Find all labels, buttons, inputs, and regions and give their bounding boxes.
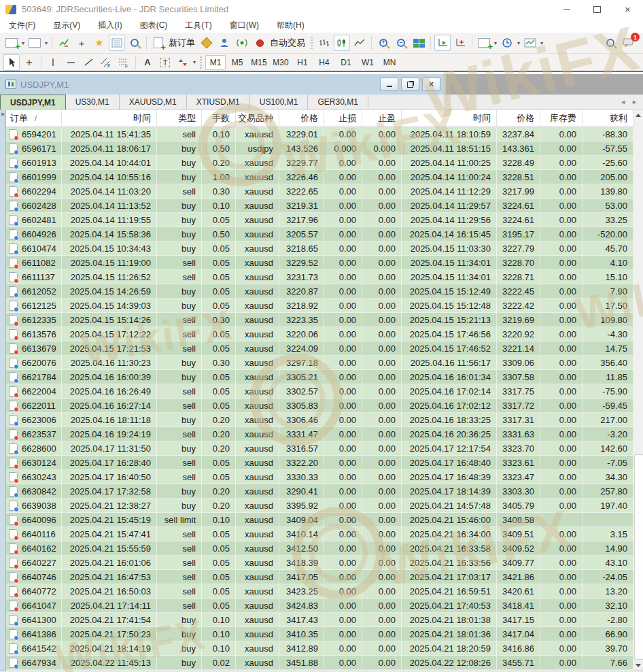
table-row[interactable]: 66402272025.04.21 16:01:06sell0.05xauusd… xyxy=(6,556,633,570)
table-row[interactable]: 66022942025.04.14 11:03:20sell0.30xauusd… xyxy=(6,184,633,199)
column-header-open_price[interactable]: 价格 xyxy=(279,110,324,127)
horizontal-line-button[interactable] xyxy=(63,54,79,71)
table-row[interactable]: 66135762025.04.15 17:12:22sell0.05xauusd… xyxy=(6,327,633,341)
bar-chart-button[interactable] xyxy=(316,35,332,51)
menu-item-6[interactable]: 帮助(H) xyxy=(268,18,313,33)
table-row[interactable]: 66390382025.04.21 12:38:27buy0.20xauusd3… xyxy=(6,499,633,513)
table-row[interactable]: 66230062025.04.16 18:11:18buy0.20xauusd3… xyxy=(6,413,633,427)
table-row[interactable]: 66235372025.04.16 19:24:19sell0.20xauusd… xyxy=(6,427,633,441)
table-row[interactable]: 65942012025.04.11 15:41:35sell0.10xauusd… xyxy=(6,127,633,141)
chart-tab-3[interactable]: XTIUSD,M1 xyxy=(187,95,250,110)
table-row[interactable]: 66110822025.04.15 11:19:00sell0.05xauusd… xyxy=(6,256,633,270)
auto-trading-label[interactable]: 自动交易 xyxy=(270,37,305,49)
vertical-line-button[interactable] xyxy=(45,54,61,71)
timeframe-m30-button[interactable]: M30 xyxy=(271,55,291,70)
table-row[interactable]: 66410472025.04.21 17:14:11sell0.05xauusd… xyxy=(6,599,633,613)
column-header-profit[interactable]: 获利 xyxy=(583,110,633,127)
chart-tab-2[interactable]: XAUUSD,M1 xyxy=(120,95,187,110)
tab-scroll-left-icon[interactable]: ◄ xyxy=(620,99,626,105)
periods-dropdown-caret[interactable]: ▾ xyxy=(517,40,520,46)
table-row[interactable]: 66401622025.04.21 15:55:59sell0.05xauusd… xyxy=(6,541,633,556)
tab-scroll-right-icon[interactable]: ► xyxy=(631,99,638,105)
terminal-close-icon[interactable]: × xyxy=(0,111,5,118)
table-row[interactable]: 65961712025.04.11 18:06:17buy0.50usdjpy1… xyxy=(6,141,633,156)
arrows-dropdown-caret[interactable]: ▾ xyxy=(193,59,196,65)
window-maximize-button[interactable] xyxy=(582,0,612,18)
vertical-scrollbar[interactable] xyxy=(633,110,643,671)
table-row[interactable]: 66407462025.04.21 16:47:53sell0.05xauusd… xyxy=(6,570,633,584)
zoom-in-button[interactable]: + xyxy=(375,35,392,51)
table-row[interactable]: 66407722025.04.21 16:50:03sell0.05xauusd… xyxy=(6,584,633,599)
trendline-button[interactable] xyxy=(80,54,97,71)
news-button[interactable] xyxy=(234,35,250,51)
column-header-swap[interactable]: 库存费 xyxy=(540,110,583,127)
candlestick-chart-button[interactable] xyxy=(334,35,350,51)
templates-dropdown-caret[interactable]: ▾ xyxy=(540,40,543,46)
table-row[interactable]: 66415422025.04.21 18:14:19buy0.10xauusd3… xyxy=(6,641,633,656)
column-header-sl[interactable]: 止损 xyxy=(324,110,362,127)
column-header-close_price[interactable]: 价格 xyxy=(497,110,540,127)
indicators-dropdown-caret[interactable]: ▾ xyxy=(494,40,497,46)
table-row[interactable]: 66120522025.04.15 14:26:59buy0.05xauusd3… xyxy=(6,284,633,299)
column-header-order[interactable]: 订单/ xyxy=(6,110,62,127)
menu-item-2[interactable]: 插入(I) xyxy=(89,18,131,33)
arrows-tool-button[interactable] xyxy=(175,54,191,71)
table-row[interactable]: 66302432025.04.17 16:40:50sell0.05xauusd… xyxy=(6,470,633,484)
table-row[interactable]: 66121252025.04.15 14:39:03buy0.05xauusd3… xyxy=(6,299,633,313)
text-tool-button[interactable]: A xyxy=(139,54,156,71)
menu-item-3[interactable]: 图表(C) xyxy=(131,18,177,33)
templates-button[interactable] xyxy=(522,35,538,51)
indicators-button[interactable]: + xyxy=(476,35,492,51)
profiles-dropdown-caret[interactable]: ▾ xyxy=(45,40,48,46)
table-row[interactable]: 66479342025.04.22 11:45:13buy0.02xauusd3… xyxy=(6,656,633,670)
table-row[interactable]: 66286002025.04.17 11:31:50buy0.20xauusd3… xyxy=(6,441,633,456)
chart-tab-5[interactable]: GER30,M1 xyxy=(308,95,368,110)
tile-windows-button[interactable] xyxy=(411,35,427,51)
table-row[interactable]: 66413002025.04.21 17:41:54buy0.10xauusd3… xyxy=(6,613,633,627)
crosshair-tool-button[interactable]: + xyxy=(21,54,37,71)
column-header-type[interactable]: 类型 xyxy=(157,110,202,127)
new-order-button[interactable]: + xyxy=(150,35,167,51)
table-row[interactable]: 66413862025.04.21 17:50:23buy0.10xauusd3… xyxy=(6,627,633,641)
text-label-button[interactable]: T xyxy=(157,54,173,71)
chart-shift-button[interactable] xyxy=(452,35,468,51)
menu-item-0[interactable]: 文件(F) xyxy=(0,18,44,33)
fibonacci-button[interactable]: F xyxy=(116,54,132,71)
timeframe-d1-button[interactable]: D1 xyxy=(336,55,356,70)
scroll-up-button[interactable] xyxy=(633,110,643,120)
chart-tab-4[interactable]: US100,M1 xyxy=(250,95,309,110)
table-row[interactable]: 66401162025.04.21 15:47:41sell0.05xauusd… xyxy=(6,527,633,541)
table-row[interactable]: 66111372025.04.15 11:26:52sell0.05xauusd… xyxy=(6,270,633,284)
line-chart-button[interactable] xyxy=(351,35,368,51)
tick-chart-button[interactable] xyxy=(56,35,72,51)
menu-item-1[interactable]: 显示(V) xyxy=(44,18,89,33)
table-row[interactable]: 66400962025.04.21 15:45:19sell limit0.10… xyxy=(6,513,633,527)
table-row[interactable]: 66136792025.04.15 17:21:53sell0.05xauusd… xyxy=(6,341,633,356)
auto-trading-button[interactable] xyxy=(251,35,268,51)
new-order-label[interactable]: 新订单 xyxy=(169,37,195,49)
table-row[interactable]: 66024812025.04.14 11:19:55buy0.05xauusd3… xyxy=(6,213,633,227)
table-row[interactable]: 66220112025.04.16 16:27:14sell0.05xauusd… xyxy=(6,399,633,413)
timeframe-h1-button[interactable]: H1 xyxy=(292,55,313,70)
timeframe-m5-button[interactable]: M5 xyxy=(227,55,247,70)
menu-item-5[interactable]: 窗口(W) xyxy=(221,18,268,33)
crosshair-mode-button[interactable]: + xyxy=(73,35,90,51)
scrollbar-thumb[interactable] xyxy=(634,454,643,660)
column-header-lots[interactable]: 手数 xyxy=(202,110,236,127)
column-header-tp[interactable]: 止盈 xyxy=(362,110,402,127)
table-row[interactable]: 66123352025.04.15 15:14:26sell0.30xauusd… xyxy=(6,313,633,327)
profiles-button[interactable] xyxy=(27,35,43,51)
zoom-window-button[interactable] xyxy=(126,35,143,51)
table-row[interactable]: 66024282025.04.14 11:13:52buy0.10xauusd3… xyxy=(6,199,633,213)
data-window-button[interactable] xyxy=(109,35,125,51)
chart-restore-button[interactable] xyxy=(401,78,419,91)
column-header-open_time[interactable]: 时间 xyxy=(62,110,157,127)
equidistant-channel-button[interactable]: E xyxy=(98,54,114,71)
column-header-close_time[interactable]: 时间 xyxy=(402,110,497,127)
window-minimize-button[interactable] xyxy=(551,0,582,18)
favorites-button[interactable]: ★ xyxy=(91,35,107,51)
table-row[interactable]: 66301242025.04.17 16:28:40sell0.05xauusd… xyxy=(6,456,633,470)
chart-tab-0[interactable]: USDJPY,M1 xyxy=(0,95,66,110)
timeframe-w1-button[interactable]: W1 xyxy=(358,55,378,70)
new-chart-button[interactable]: + xyxy=(3,35,20,51)
